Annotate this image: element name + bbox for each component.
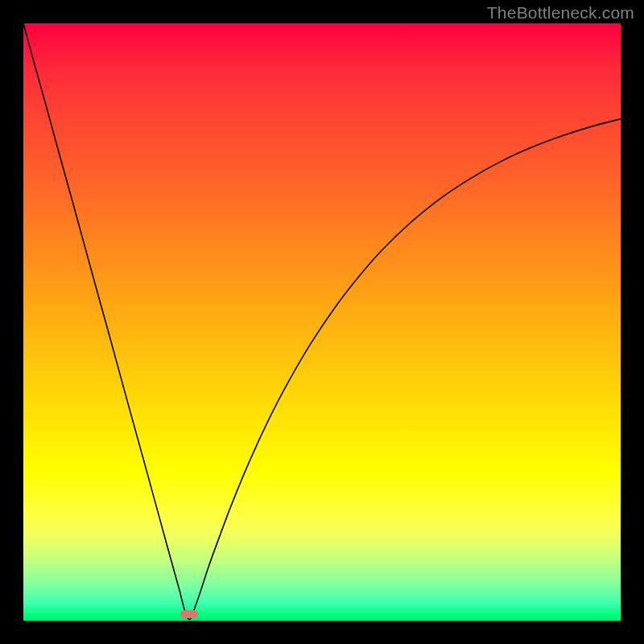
watermark-text: TheBottleneck.com: [487, 3, 634, 23]
chart-container: TheBottleneck.com: [0, 0, 644, 644]
optimal-point-marker: [180, 610, 198, 618]
plot-background: [23, 23, 621, 621]
